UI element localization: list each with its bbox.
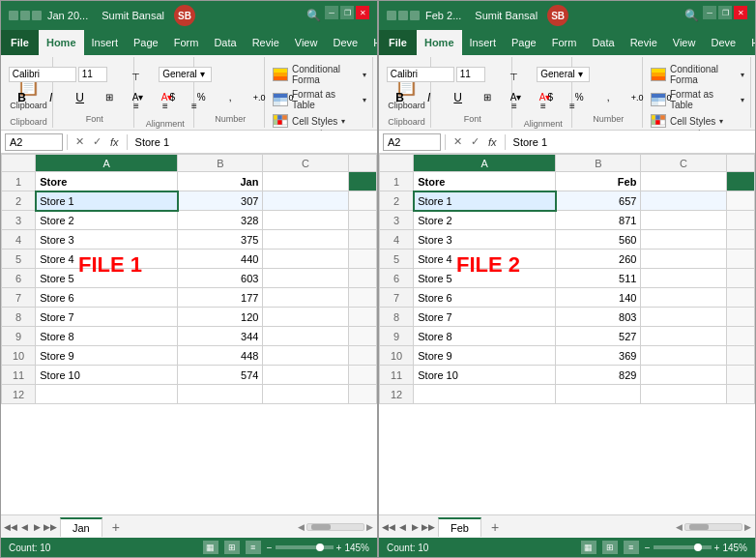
col-header-C[interactable]: C xyxy=(263,155,348,172)
cell-styles-button[interactable]: Cell Styles ▾ xyxy=(649,113,746,129)
number-format-selector[interactable]: General ▾ xyxy=(159,67,212,82)
underline-button[interactable]: U xyxy=(445,84,472,111)
tab-page[interactable]: Page xyxy=(504,30,544,55)
cell-a4[interactable]: Store 3 xyxy=(36,230,178,250)
tab-last-button[interactable]: ▶▶ xyxy=(44,522,57,532)
close-button[interactable]: ✕ xyxy=(356,6,369,19)
zoom-in-button[interactable]: + xyxy=(714,543,720,553)
number-format-selector[interactable]: General ▾ xyxy=(537,67,590,82)
cell-a9[interactable]: Store 8 xyxy=(36,327,178,346)
formula-input[interactable] xyxy=(509,133,751,151)
tab-insert[interactable]: Insert xyxy=(462,30,505,55)
align-top-button[interactable]: ⊤ xyxy=(501,63,528,90)
cell-b7[interactable]: 177 xyxy=(178,288,263,308)
cell-styles-button[interactable]: Cell Styles ▾ xyxy=(271,113,368,129)
col-header-A[interactable]: A xyxy=(414,155,556,172)
minimize-button[interactable]: ─ xyxy=(325,6,338,19)
scroll-right-button[interactable]: ▶ xyxy=(744,522,751,532)
col-header-extra[interactable] xyxy=(726,155,754,172)
tab-last-button[interactable]: ▶▶ xyxy=(422,522,435,532)
page-layout-button[interactable]: ⊞ xyxy=(602,541,618,554)
cell-c9[interactable] xyxy=(263,327,348,346)
scroll-track[interactable] xyxy=(684,523,742,531)
conditional-formatting-button[interactable]: Conditional Forma ▾ xyxy=(271,63,368,86)
tab-prev-button[interactable]: ◀ xyxy=(396,522,408,532)
cell-b12[interactable] xyxy=(178,385,263,404)
cancel-formula-button[interactable]: ✕ xyxy=(450,135,465,148)
search-button[interactable]: 🔍 xyxy=(682,6,701,25)
cell-a6[interactable]: Store 5 xyxy=(414,269,556,288)
currency-button[interactable]: $ xyxy=(537,84,564,111)
cell-c10[interactable] xyxy=(263,346,348,366)
normal-view-button[interactable]: ▦ xyxy=(203,541,218,554)
normal-view-button[interactable]: ▦ xyxy=(581,541,596,554)
cell-c8[interactable] xyxy=(641,308,726,327)
zoom-out-button[interactable]: − xyxy=(645,543,651,553)
close-button[interactable]: ✕ xyxy=(734,6,747,19)
cell-c2[interactable] xyxy=(641,191,726,211)
cell-a8[interactable]: Store 7 xyxy=(36,308,178,327)
cell-b8[interactable]: 120 xyxy=(178,308,263,327)
tab-next-button[interactable]: ▶ xyxy=(31,522,43,532)
cell-b1[interactable]: Feb xyxy=(556,172,641,191)
cell-a10[interactable]: Store 9 xyxy=(36,346,178,366)
cell-c2[interactable] xyxy=(263,191,348,211)
cell-c5[interactable] xyxy=(263,250,348,269)
cell-c3[interactable] xyxy=(641,211,726,230)
formula-input[interactable] xyxy=(131,133,373,151)
cell-b5[interactable]: 440 xyxy=(178,250,263,269)
scroll-right-button[interactable]: ▶ xyxy=(366,522,373,532)
cell-c1[interactable] xyxy=(263,172,348,191)
cell-b10[interactable]: 448 xyxy=(178,346,263,366)
cell-a12[interactable] xyxy=(36,385,178,404)
confirm-formula-button[interactable]: ✓ xyxy=(467,135,482,148)
name-box[interactable] xyxy=(5,133,63,151)
cell-a12[interactable] xyxy=(414,385,556,404)
cell-a5[interactable]: Store 4 xyxy=(36,250,178,269)
cell-c7[interactable] xyxy=(641,288,726,308)
bold-button[interactable]: B xyxy=(9,84,36,111)
border-button[interactable]: ⊞ xyxy=(474,84,501,111)
tab-home[interactable]: Home xyxy=(39,30,84,55)
cell-b11[interactable]: 574 xyxy=(178,366,263,385)
cell-c11[interactable] xyxy=(263,366,348,385)
cell-b9[interactable]: 527 xyxy=(556,327,641,346)
scroll-left-button[interactable]: ◀ xyxy=(298,522,305,532)
align-left-button[interactable]: ≡ xyxy=(501,92,528,119)
cell-a6[interactable]: Store 5 xyxy=(36,269,178,288)
cell-c11[interactable] xyxy=(641,366,726,385)
cell-c4[interactable] xyxy=(641,230,726,250)
sheet-tab-jan[interactable]: Jan xyxy=(60,517,102,537)
cell-b4[interactable]: 560 xyxy=(556,230,641,250)
tab-file[interactable]: File xyxy=(379,30,417,55)
tab-view[interactable]: View xyxy=(665,30,704,55)
add-sheet-button[interactable]: + xyxy=(106,517,126,537)
tab-data[interactable]: Data xyxy=(584,30,622,55)
page-layout-button[interactable]: ⊞ xyxy=(224,541,240,554)
cell-b2[interactable]: 657 xyxy=(556,191,641,211)
scroll-left-button[interactable]: ◀ xyxy=(676,522,683,532)
restore-button[interactable]: ❐ xyxy=(340,6,354,19)
percent-button[interactable]: % xyxy=(566,84,593,111)
cell-b12[interactable] xyxy=(556,385,641,404)
sheet-tab-feb[interactable]: Feb xyxy=(438,517,481,537)
col-header-B[interactable]: B xyxy=(556,155,641,172)
tab-insert[interactable]: Insert xyxy=(84,30,127,55)
zoom-slider[interactable] xyxy=(276,545,334,549)
tab-help[interactable]: Help xyxy=(365,30,378,55)
tab-revie[interactable]: Revie xyxy=(245,30,287,55)
cell-c6[interactable] xyxy=(263,269,348,288)
cell-a1[interactable]: Store xyxy=(36,172,178,191)
cell-a2[interactable]: Store 1 xyxy=(36,191,178,211)
cell-a7[interactable]: Store 6 xyxy=(36,288,178,308)
tab-revie[interactable]: Revie xyxy=(623,30,665,55)
cell-c8[interactable] xyxy=(263,308,348,327)
cell-a8[interactable]: Store 7 xyxy=(414,308,556,327)
tab-form[interactable]: Form xyxy=(544,30,585,55)
tab-prev-button[interactable]: ◀ xyxy=(18,522,30,532)
currency-button[interactable]: $ xyxy=(159,84,186,111)
tab-file[interactable]: File xyxy=(1,30,39,55)
cell-c7[interactable] xyxy=(263,288,348,308)
cell-b11[interactable]: 829 xyxy=(556,366,641,385)
cell-b6[interactable]: 511 xyxy=(556,269,641,288)
